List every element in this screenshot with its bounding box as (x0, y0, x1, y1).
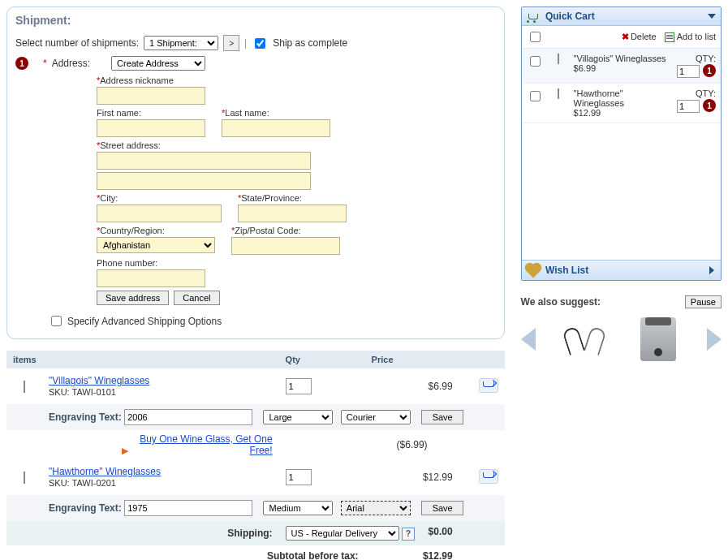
engrave-input[interactable] (124, 409, 252, 425)
quick-cart-header: Quick Cart (522, 7, 721, 26)
wineglass-icon (18, 381, 31, 392)
add-cart-icon[interactable] (479, 469, 498, 484)
address-label: Address: (52, 58, 90, 69)
qty-input[interactable] (286, 469, 312, 485)
cart-badge: 1 (703, 64, 716, 77)
suggest-thumb-1[interactable] (560, 315, 609, 364)
help-icon[interactable]: ? (402, 528, 415, 541)
subtotal-row: Subtotal before tax: $12.99 (6, 545, 505, 560)
promo-price: ($6.99) (365, 430, 459, 459)
street-input-1[interactable] (97, 152, 311, 170)
phone-label: Phone number: (97, 258, 496, 268)
promo-link[interactable]: Buy One Wine Glass, Get One Free! (135, 433, 273, 456)
firstname-label: First name: (97, 108, 205, 118)
cart-item: "Villagois" Wineglasses $6.99 QTY: 1 (522, 49, 721, 84)
lastname-input[interactable] (222, 119, 330, 137)
cart-item-name: "Hawthorne" Wineglasses (574, 88, 672, 108)
suggest-title: We also suggest: (521, 296, 601, 308)
engrave-label: Engraving Text: (49, 502, 122, 514)
items-table: items Qty Price "Villagois" Wineglasses … (6, 351, 505, 560)
save-engrave-button[interactable]: Save (421, 410, 463, 424)
cart-item-name: "Villagois" Wineglasses (574, 54, 672, 63)
wineglass-icon (18, 472, 31, 483)
wineglass-icon (552, 54, 565, 63)
cart-qty-label: QTY: (677, 54, 716, 63)
item-link[interactable]: "Hawthorne" Wineglasses (49, 466, 161, 477)
wineglass-icon (552, 88, 565, 98)
list-icon (665, 32, 674, 42)
font-select[interactable]: Courier (341, 410, 411, 424)
wishlist-bar[interactable]: Wish List (522, 260, 721, 280)
city-input[interactable] (97, 205, 222, 222)
col-items: items (6, 351, 279, 368)
phone-input[interactable] (97, 269, 205, 287)
country-select[interactable]: Afghanistan (97, 237, 215, 253)
item-link[interactable]: "Villagois" Wineglasses (49, 375, 149, 386)
collapse-icon[interactable] (708, 14, 716, 19)
cart-qty-label: QTY: (677, 88, 716, 98)
item-price: $12.99 (365, 459, 459, 495)
pause-button[interactable]: Pause (685, 295, 722, 308)
state-input[interactable] (238, 205, 347, 222)
go-button[interactable]: > (223, 35, 239, 51)
promo-row: ▶ Buy One Wine Glass, Get One Free! ($6.… (6, 430, 505, 459)
save-engrave-button[interactable]: Save (421, 501, 463, 515)
cart-icon (527, 12, 540, 22)
adv-shipping-checkbox[interactable] (51, 316, 62, 326)
quick-cart-panel: Quick Cart ✖Delete Add to list (521, 6, 722, 281)
shipment-panel: Shipment: Select number of shipments: 1 … (6, 6, 505, 339)
item-sku: SKU: TAWI-0101 (49, 387, 116, 397)
subtotal-amount: $12.99 (365, 545, 459, 560)
zip-input[interactable] (231, 237, 340, 255)
wishlist-label: Wish List (545, 265, 588, 276)
ship-complete-checkbox[interactable] (255, 38, 265, 49)
suggest-panel: We also suggest: Pause (521, 295, 722, 364)
street-input-2[interactable] (97, 172, 311, 190)
quick-cart-title: Quick Cart (545, 11, 595, 22)
shipping-amount: $0.00 (429, 526, 453, 537)
expand-icon[interactable] (709, 266, 714, 274)
ship-complete-label: Ship as complete (273, 37, 347, 49)
font-select[interactable]: Arial (341, 501, 411, 515)
cart-item-checkbox[interactable] (530, 56, 541, 67)
prev-arrow-icon[interactable] (521, 328, 536, 351)
firstname-input[interactable] (97, 119, 205, 137)
item-price: $6.99 (365, 368, 459, 404)
lastname-label: *Last name: (222, 108, 330, 118)
size-select[interactable]: Large (263, 410, 333, 424)
nickname-input[interactable] (97, 87, 205, 105)
cart-qty-input[interactable] (677, 65, 700, 78)
juicer-icon (570, 323, 599, 355)
qty-input[interactable] (286, 378, 312, 394)
size-select[interactable]: Medium (263, 501, 333, 515)
table-row: "Villagois" Wineglasses SKU: TAWI-0101 $… (6, 368, 505, 404)
shipments-label: Select number of shipments: (15, 37, 139, 49)
col-qty: Qty (279, 351, 365, 368)
save-address-button[interactable]: Save address (97, 291, 169, 305)
cart-item-checkbox[interactable] (530, 91, 541, 101)
shipping-method-select[interactable]: US - Regular Delivery (286, 526, 399, 541)
cart-badge: 1 (703, 99, 716, 112)
step-badge-1: 1 (15, 57, 28, 70)
shipments-select[interactable]: 1 Shipment: (144, 36, 218, 50)
separator: | (244, 37, 247, 49)
delete-icon: ✖ (622, 32, 629, 41)
cancel-button[interactable]: Cancel (174, 291, 219, 305)
delete-link[interactable]: ✖Delete (622, 32, 657, 42)
espresso-machine-icon (640, 317, 676, 361)
add-to-list-link[interactable]: Add to list (665, 32, 716, 42)
cart-item: "Hawthorne" Wineglasses $12.99 QTY: 1 (522, 84, 721, 123)
promo-arrow-icon: ▶ (122, 446, 128, 455)
address-select[interactable]: Create Address (111, 56, 205, 71)
cart-selectall-checkbox[interactable] (530, 32, 541, 42)
suggest-thumb-2[interactable] (634, 315, 683, 364)
engrave-label: Engraving Text: (49, 411, 122, 423)
add-cart-icon[interactable] (479, 378, 498, 393)
cart-qty-input[interactable] (677, 100, 700, 113)
engrave-row: Engraving Text: Medium Arial Save (6, 495, 505, 521)
engrave-input[interactable] (124, 500, 252, 516)
next-arrow-icon[interactable] (707, 328, 722, 351)
col-price: Price (365, 351, 459, 368)
street-label: *Street address: (97, 140, 496, 150)
nickname-label: *Address nickname (97, 75, 496, 85)
